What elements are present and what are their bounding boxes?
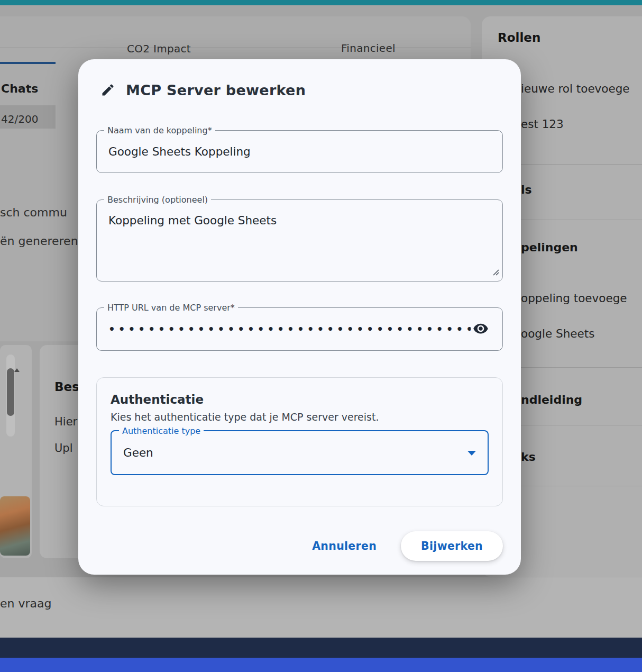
sidebar-item-test-123[interactable]: est 123	[521, 117, 564, 131]
auth-type-select[interactable]: Authenticatie type Geen	[111, 430, 489, 475]
sidebar-item-add-koppeling[interactable]: oppeling toevoege	[521, 292, 627, 305]
scroll-up-icon[interactable]	[14, 368, 20, 372]
toggle-visibility-button[interactable]	[471, 319, 491, 340]
question-input-fragment: en vraag	[0, 597, 51, 610]
background-text-fragment-2: ën genereren	[0, 234, 78, 248]
name-field-label: Naam van de koppeling*	[104, 125, 215, 135]
scrollbar-handle[interactable]	[7, 368, 14, 416]
tab-financieel[interactable]: Financieel	[341, 42, 396, 55]
question-input-bar[interactable]: en vraag	[0, 577, 642, 638]
authentication-title: Authenticatie	[111, 393, 489, 406]
url-field[interactable]: HTTP URL van de MCP server* ••••••••••••…	[96, 307, 503, 351]
mcp-server-edit-dialog: MCP Server bewerken Naam van de koppelin…	[78, 59, 521, 575]
authentication-description: Kies het authenticatie type dat je MCP s…	[111, 411, 489, 423]
cancel-button[interactable]: Annuleren	[309, 539, 380, 553]
description-field-value[interactable]: Koppeling met Google Sheets	[108, 214, 277, 227]
submit-button[interactable]: Bijwerken	[401, 531, 503, 561]
sidebar-item-google-sheets[interactable]: oogle Sheets	[521, 327, 594, 340]
sidebar-title-rollen: Rollen	[498, 31, 540, 44]
bottom-blue-bar	[0, 658, 642, 672]
textarea-resize-handle-icon[interactable]	[492, 268, 499, 278]
chevron-down-icon[interactable]	[467, 451, 476, 456]
dialog-actions: Annuleren Bijwerken	[96, 531, 503, 561]
dialog-title: MCP Server bewerken	[126, 82, 306, 98]
app-top-bar	[0, 0, 642, 5]
description-field-label: Beschrijving (optioneel)	[104, 195, 211, 205]
url-field-masked-value[interactable]: ••••••••••••••••••••••••••••••••••••••••…	[108, 323, 471, 335]
auth-type-label: Authenticatie type	[119, 426, 204, 436]
card-text-fragment-2: Upl	[54, 442, 73, 455]
name-field[interactable]: Naam van de koppeling* Google Sheets Kop…	[96, 130, 503, 173]
edit-pencil-icon	[100, 83, 115, 97]
sidebar-header-koppelingen[interactable]: pelingen	[521, 241, 578, 254]
description-field[interactable]: Beschrijving (optioneel) Koppeling met G…	[96, 199, 503, 281]
eye-icon	[473, 321, 489, 338]
url-field-label: HTTP URL van de MCP server*	[104, 303, 238, 313]
chats-count: 42/200	[1, 113, 38, 125]
card-heading-fragment: Bes	[54, 380, 79, 394]
tab-co2-impact[interactable]: CO2 Impact	[127, 42, 191, 55]
sidebar-item-new-role[interactable]: ieuwe rol toevoege	[521, 82, 630, 95]
background-text-fragment-1: sch commu	[0, 206, 67, 219]
card-text-fragment-1: Hier	[54, 415, 77, 428]
sidebar-header-handleiding[interactable]: ndleiding	[521, 393, 582, 406]
tab-bar: CO2 Impact Financieel	[0, 16, 471, 48]
dialog-header: MCP Server bewerken	[100, 79, 503, 101]
sidebar-header-tools[interactable]: ls	[521, 183, 532, 196]
image-thumbnail[interactable]	[0, 496, 30, 556]
name-field-value[interactable]: Google Sheets Koppeling	[108, 145, 251, 158]
sidebar-header-links[interactable]: ks	[521, 450, 536, 464]
chats-heading: Chats	[1, 82, 38, 95]
attachment-panel	[0, 345, 32, 558]
auth-type-value: Geen	[123, 446, 153, 459]
authentication-section: Authenticatie Kies het authenticatie typ…	[96, 377, 503, 506]
active-tab-indicator	[0, 62, 56, 64]
bottom-navy-bar	[0, 638, 642, 658]
